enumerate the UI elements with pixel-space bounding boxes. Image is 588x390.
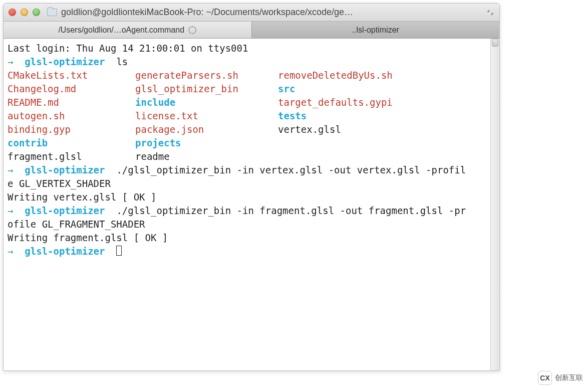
ls-entry: autogen.sh [8, 109, 135, 123]
out2: Writing vertex.glsl [ OK ] [8, 191, 156, 203]
ls-entry: projects [135, 136, 278, 150]
ls-entry: generateParsers.sh [135, 69, 278, 82]
ls-entry: target_defaults.gypi [278, 96, 486, 109]
close-icon[interactable] [9, 9, 16, 16]
tabbar: /Users/goldlion/…oAgent.command ..lsl-op… [4, 22, 499, 39]
ls-listing: CMakeLists.txtgenerateParsers.shremoveDe… [8, 69, 486, 163]
cmd2a: ./glsl_optimizer_bin -in vertex.glsl -ou… [116, 164, 466, 175]
prompt-cwd: glsl-optimizer [25, 205, 105, 216]
prompt-arrow: → [8, 205, 13, 216]
ls-entry: src [278, 82, 486, 96]
window-title: goldlion@goldliontekiMacBook-Pro: ~/Docu… [61, 7, 486, 18]
ls-entry: contrib [8, 136, 135, 150]
tab-1[interactable]: /Users/goldlion/…oAgent.command [4, 22, 252, 38]
zoom-icon[interactable] [33, 9, 40, 16]
cmd2b: e GL_VERTEX_SHADER [8, 178, 111, 189]
watermark-logo: CX [538, 371, 552, 385]
terminal-output[interactable]: Last login: Thu Aug 14 21:00:01 on ttys0… [4, 39, 490, 370]
ls-entry: README.md [8, 96, 135, 109]
ls-entry: readme [135, 150, 278, 163]
titlebar: goldlion@goldliontekiMacBook-Pro: ~/Docu… [4, 4, 499, 22]
tab-label: /Users/goldlion/…oAgent.command [58, 26, 184, 35]
spinner-icon [188, 26, 196, 34]
ls-entry: package.json [135, 123, 278, 136]
terminal-window: goldlion@goldliontekiMacBook-Pro: ~/Docu… [3, 3, 500, 371]
prompt-cwd: glsl-optimizer [25, 56, 105, 67]
ls-entry: binding.gyp [8, 123, 135, 136]
scrollbar[interactable] [490, 39, 499, 370]
ls-entry: removeDeletedByUs.sh [278, 69, 486, 82]
cmd-ls: ls [116, 56, 128, 67]
prompt-cwd: glsl-optimizer [25, 246, 105, 257]
tab-2[interactable]: ..lsl-optimizer [252, 22, 500, 38]
tab-label: ..lsl-optimizer [352, 26, 399, 35]
terminal-area: Last login: Thu Aug 14 21:00:01 on ttys0… [4, 39, 499, 370]
cursor [116, 246, 122, 256]
minimize-icon[interactable] [21, 9, 28, 16]
ls-entry: include [135, 96, 278, 109]
expand-icon[interactable] [486, 9, 494, 17]
ls-entry [278, 150, 486, 163]
ls-entry: fragment.glsl [8, 150, 135, 163]
ls-entry [278, 136, 486, 150]
prompt-cwd: glsl-optimizer [25, 164, 105, 175]
ls-entry: Changelog.md [8, 82, 135, 96]
ls-entry: tests [278, 109, 486, 123]
traffic-lights [9, 9, 40, 16]
watermark: CX 创新互联 [538, 371, 583, 385]
ls-entry: glsl_optimizer_bin [135, 82, 278, 96]
ls-entry: vertex.glsl [278, 123, 486, 136]
prompt-arrow: → [8, 246, 13, 257]
out3: Writing fragment.glsl [ OK ] [8, 232, 168, 243]
prompt-arrow: → [8, 56, 13, 67]
cmd3b: ofile GL_FRAGMENT_SHADER [8, 219, 145, 230]
prompt-arrow: → [8, 164, 13, 175]
watermark-text: 创新互联 [555, 373, 583, 382]
ls-entry: license.txt [135, 109, 278, 123]
ls-entry: CMakeLists.txt [8, 69, 135, 82]
login-line: Last login: Thu Aug 14 21:00:01 on ttys0… [8, 43, 248, 54]
cmd3a: ./glsl_optimizer_bin -in fragment.glsl -… [116, 205, 466, 216]
folder-icon [47, 9, 57, 16]
